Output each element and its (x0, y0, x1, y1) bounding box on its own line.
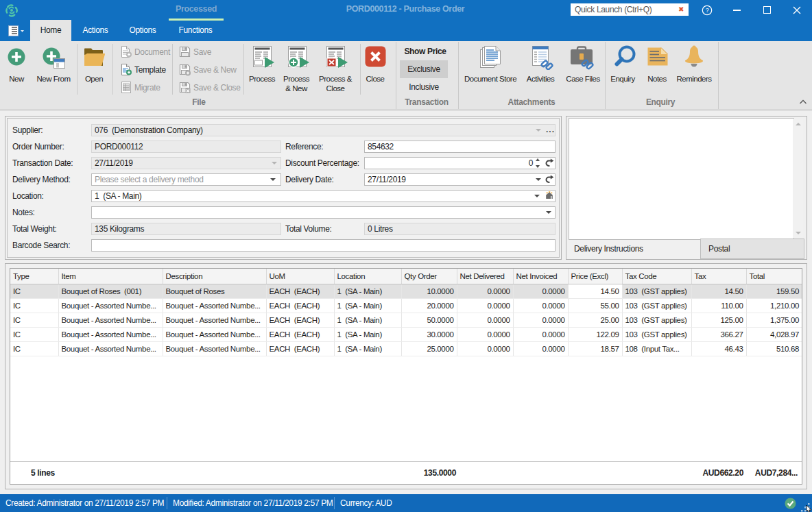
svg-text:?: ? (706, 7, 709, 14)
